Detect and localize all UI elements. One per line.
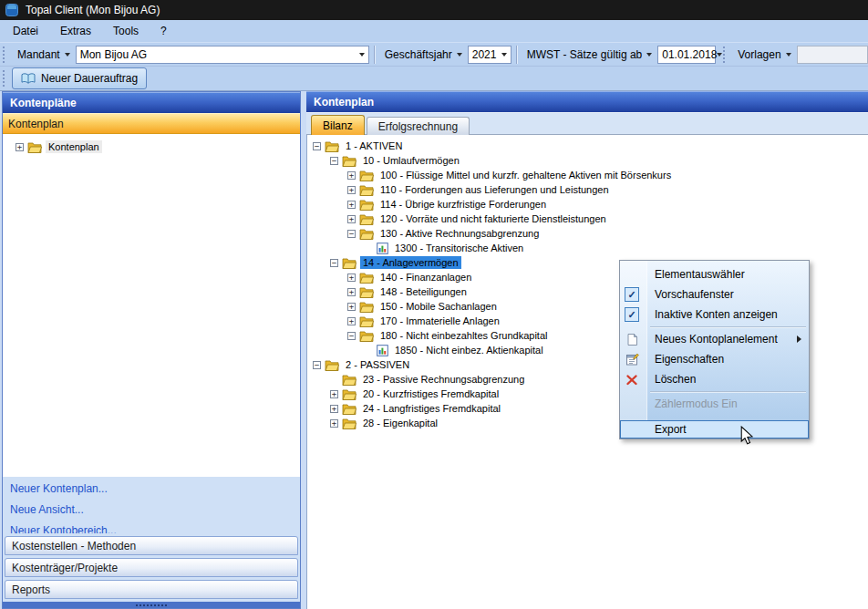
toolbar-grip[interactable] (3, 70, 8, 87)
folder-icon (359, 199, 374, 211)
expand-icon[interactable] (330, 390, 338, 398)
expand-icon[interactable] (347, 303, 356, 311)
folder-icon (325, 359, 339, 371)
tree-item-label: 2 - PASSIVEN (343, 358, 412, 371)
menu-item-label: Elementauswähler (655, 268, 745, 281)
panel-resize-grip[interactable] (3, 602, 300, 608)
tree-item-label: 150 - Mobile Sachanlagen (377, 300, 500, 313)
tree-item[interactable]: 114 - Übrige kurzfristige Forderungen (307, 197, 868, 212)
toolbar-grip[interactable] (3, 46, 8, 63)
section-reports[interactable]: Reports (5, 580, 298, 599)
mwst-date-combobox[interactable]: 01.01.2018 (657, 46, 716, 64)
menu-datei[interactable]: Datei (4, 22, 47, 40)
geschaeftsjahr-combobox[interactable]: 2021 (468, 46, 512, 64)
kontenplan-view-selected[interactable]: Kontenplan (3, 113, 300, 134)
neue-ansicht-link[interactable]: Neue Ansicht... (10, 503, 300, 516)
mwst-dropdown-button[interactable]: MWST - Sätze gültig ab (522, 46, 658, 63)
tree-item-label: 24 - Langfristiges Fremdkapital (360, 402, 503, 415)
collapse-icon[interactable] (330, 259, 338, 267)
expand-icon[interactable] (330, 405, 338, 413)
mandant-value: Mon Bijou AG (80, 48, 147, 61)
tree-item-root[interactable]: Kontenplan (3, 139, 300, 154)
vorlagen-combobox[interactable] (797, 46, 868, 64)
tree-item[interactable]: 1 - AKTIVEN (307, 139, 868, 153)
collapse-icon[interactable] (347, 332, 356, 340)
new-document-icon (625, 333, 639, 346)
expand-icon[interactable] (347, 186, 356, 194)
tree-item-label: 110 - Forderungen aus Lieferungen und Le… (377, 183, 612, 196)
collapse-icon[interactable] (330, 157, 338, 165)
chevron-down-icon (457, 53, 462, 57)
neuer-dauerauftrag-button[interactable]: Neuer Dauerauftrag (12, 67, 147, 89)
toolbar-secondary: Neuer Dauerauftrag (0, 66, 868, 91)
folder-icon (342, 374, 356, 386)
neuer-dauerauftrag-label: Neuer Dauerauftrag (41, 72, 138, 85)
menu-item-vorschaufenster[interactable]: ✓ Vorschaufenster (620, 284, 809, 304)
menu-item-eigenschaften[interactable]: Eigenschaften (620, 349, 809, 369)
expand-icon[interactable] (347, 215, 356, 223)
tree-item[interactable]: 100 - Flüssige Mittel und kurzfr. gehalt… (307, 168, 868, 182)
folder-icon (359, 228, 374, 240)
menu-extras[interactable]: Extras (51, 22, 100, 40)
menu-item-inaktive-konten[interactable]: ✓ Inaktive Konten anzeigen (620, 304, 809, 325)
folder-icon (359, 330, 374, 342)
geschaeftsjahr-dropdown-button[interactable]: Geschäftsjahr (379, 46, 468, 63)
tree-item[interactable]: 130 - Aktive Rechnungsabgrenzung (307, 226, 868, 241)
window-title: Topal Client (Mon Bijou AG) (26, 4, 160, 16)
tree-item[interactable]: 10 - Umlaufvermögen (307, 153, 868, 168)
mandant-dropdown-button[interactable]: Mandant (12, 46, 76, 63)
mwst-label: MWST - Sätze gültig ab (527, 48, 643, 61)
menu-item-export[interactable]: Export (620, 420, 809, 439)
vorlagen-dropdown-button[interactable]: Vorlagen (732, 46, 796, 63)
folder-icon (359, 213, 374, 225)
menu-item-neues-kontoplanelement[interactable]: Neues Kontoplanelement (620, 329, 809, 349)
checkmark-icon: ✓ (625, 307, 639, 322)
tree-item-label: 180 - Nicht einbezahltes Grundkapital (377, 329, 550, 342)
collapse-icon[interactable] (347, 230, 356, 238)
menu-help[interactable]: ? (151, 22, 176, 40)
chevron-down-icon (501, 53, 507, 57)
expand-icon[interactable] (330, 419, 338, 428)
left-panel-sections: Kostenstellen - Methoden Kostenträger/Pr… (3, 533, 300, 602)
mandant-combobox[interactable]: Mon Bijou AG (76, 46, 369, 64)
menu-separator (650, 391, 806, 392)
book-icon (21, 72, 36, 85)
neuer-kontenplan-link[interactable]: Neuer Kontenplan... (10, 482, 300, 495)
expander-spacer (330, 376, 338, 384)
expand-icon[interactable] (347, 171, 356, 180)
expand-icon[interactable] (347, 201, 356, 209)
chevron-down-icon (717, 53, 722, 57)
tree-item[interactable]: 110 - Forderungen aus Lieferungen und Le… (307, 182, 868, 197)
folder-icon (342, 155, 356, 167)
section-kostentraeger[interactable]: Kostenträger/Projekte (5, 558, 298, 577)
toolbar-grip[interactable] (723, 46, 728, 63)
expander-spacer (365, 346, 373, 355)
expand-icon[interactable] (347, 274, 356, 282)
toolbar-main: Mandant Mon Bijou AG Geschäftsjahr 2021 … (0, 42, 868, 67)
tree-item[interactable]: 120 - Vorräte und nicht fakturierte Dien… (307, 212, 868, 226)
tab-bilanz[interactable]: Bilanz (311, 115, 365, 135)
geschaeftsjahr-label: Geschäftsjahr (385, 48, 452, 61)
account-chart-icon (377, 345, 388, 356)
folder-icon (359, 315, 374, 327)
checkmark-icon: ✓ (625, 287, 639, 302)
tab-erfolgsrechnung[interactable]: Erfolgsrechnung (367, 117, 470, 135)
folder-icon (342, 257, 356, 269)
folder-icon (359, 301, 374, 313)
expand-icon[interactable] (347, 288, 356, 296)
geschaeftsjahr-value: 2021 (472, 48, 497, 61)
expand-icon[interactable] (16, 143, 24, 151)
menu-item-elementauswaehler[interactable]: Elementauswähler (620, 264, 809, 284)
tree-item[interactable]: 1300 - Transitorische Aktiven (307, 241, 868, 255)
tree-item-label: 20 - Kurzfristiges Fremdkapital (360, 387, 501, 400)
menu-item-loeschen[interactable]: Löschen (620, 369, 809, 389)
folder-icon (342, 403, 356, 415)
tab-strip: Bilanz Erfolgsrechnung (306, 112, 868, 135)
collapse-icon[interactable] (313, 142, 321, 150)
tree-item-label: 114 - Übrige kurzfristige Forderungen (377, 198, 549, 211)
section-kostenstellen[interactable]: Kostenstellen - Methoden (5, 536, 298, 555)
collapse-icon[interactable] (313, 361, 321, 369)
menu-tools[interactable]: Tools (104, 22, 148, 40)
tree-item-label: 140 - Finanzanlagen (377, 271, 474, 284)
expand-icon[interactable] (347, 317, 356, 325)
